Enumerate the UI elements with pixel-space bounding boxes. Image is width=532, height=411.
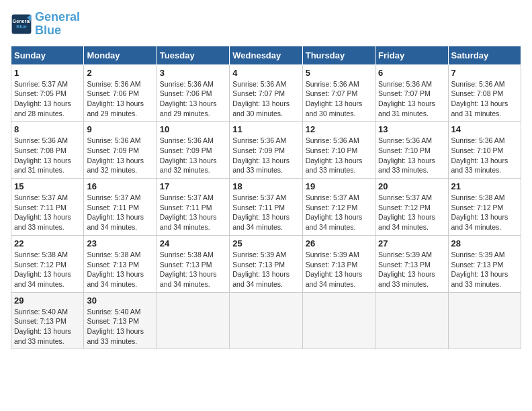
- calendar-cell-16: 16Sunrise: 5:37 AM Sunset: 7:11 PM Dayli…: [84, 179, 157, 236]
- day-number: 11: [232, 124, 299, 134]
- day-info: Sunrise: 5:36 AM Sunset: 7:10 PM Dayligh…: [378, 136, 445, 175]
- day-info: Sunrise: 5:36 AM Sunset: 7:08 PM Dayligh…: [14, 136, 81, 175]
- calendar-week-4: 22Sunrise: 5:38 AM Sunset: 7:12 PM Dayli…: [11, 235, 521, 292]
- day-info: Sunrise: 5:37 AM Sunset: 7:11 PM Dayligh…: [160, 193, 226, 232]
- calendar-cell-empty: [302, 292, 375, 349]
- calendar-cell-13: 13Sunrise: 5:36 AM Sunset: 7:10 PM Dayli…: [375, 122, 448, 179]
- day-info: Sunrise: 5:39 AM Sunset: 7:13 PM Dayligh…: [378, 250, 445, 289]
- day-number: 7: [451, 68, 518, 78]
- day-number: 29: [14, 295, 81, 306]
- calendar-cell-19: 19Sunrise: 5:37 AM Sunset: 7:12 PM Dayli…: [302, 179, 375, 236]
- day-info: Sunrise: 5:36 AM Sunset: 7:06 PM Dayligh…: [160, 79, 226, 119]
- calendar-cell-11: 11Sunrise: 5:36 AM Sunset: 7:09 PM Dayli…: [230, 122, 302, 179]
- day-info: Sunrise: 5:39 AM Sunset: 7:13 PM Dayligh…: [451, 250, 518, 289]
- day-number: 6: [378, 68, 445, 78]
- day-info: Sunrise: 5:37 AM Sunset: 7:11 PM Dayligh…: [232, 193, 299, 232]
- calendar-cell-17: 17Sunrise: 5:37 AM Sunset: 7:11 PM Dayli…: [157, 179, 229, 236]
- calendar-cell-empty: [448, 292, 521, 349]
- calendar-cell-9: 9Sunrise: 5:36 AM Sunset: 7:09 PM Daylig…: [84, 122, 157, 179]
- day-info: Sunrise: 5:39 AM Sunset: 7:13 PM Dayligh…: [232, 250, 299, 289]
- day-info: Sunrise: 5:40 AM Sunset: 7:13 PM Dayligh…: [87, 307, 153, 347]
- day-number: 3: [160, 68, 226, 78]
- calendar-week-1: 1Sunrise: 5:37 AM Sunset: 7:05 PM Daylig…: [11, 64, 521, 122]
- calendar-cell-empty: [157, 292, 229, 349]
- day-number: 16: [87, 181, 153, 191]
- calendar-cell-20: 20Sunrise: 5:37 AM Sunset: 7:12 PM Dayli…: [375, 179, 448, 236]
- calendar-cell-12: 12Sunrise: 5:36 AM Sunset: 7:10 PM Dayli…: [302, 122, 375, 179]
- day-of-week-monday: Monday: [84, 46, 157, 64]
- calendar-cell-1: 1Sunrise: 5:37 AM Sunset: 7:05 PM Daylig…: [11, 64, 84, 122]
- calendar-cell-empty: [230, 292, 302, 349]
- day-info: Sunrise: 5:39 AM Sunset: 7:13 PM Dayligh…: [306, 250, 372, 289]
- calendar-cell-22: 22Sunrise: 5:38 AM Sunset: 7:12 PM Dayli…: [11, 235, 84, 292]
- calendar-cell-18: 18Sunrise: 5:37 AM Sunset: 7:11 PM Dayli…: [230, 179, 302, 236]
- day-info: Sunrise: 5:36 AM Sunset: 7:07 PM Dayligh…: [306, 79, 372, 119]
- day-of-week-wednesday: Wednesday: [230, 46, 302, 64]
- day-number: 28: [451, 238, 518, 248]
- calendar-cell-25: 25Sunrise: 5:39 AM Sunset: 7:13 PM Dayli…: [230, 235, 302, 292]
- calendar-cell-8: 8Sunrise: 5:36 AM Sunset: 7:08 PM Daylig…: [11, 122, 84, 179]
- day-number: 14: [451, 124, 518, 134]
- day-info: Sunrise: 5:37 AM Sunset: 7:11 PM Dayligh…: [14, 193, 81, 232]
- logo: General Blue GeneralBlue: [11, 11, 80, 38]
- day-number: 27: [378, 238, 445, 248]
- calendar-cell-7: 7Sunrise: 5:36 AM Sunset: 7:08 PM Daylig…: [448, 64, 521, 122]
- page-header: General Blue GeneralBlue: [11, 11, 521, 38]
- day-info: Sunrise: 5:37 AM Sunset: 7:11 PM Dayligh…: [87, 193, 153, 232]
- day-number: 1: [14, 68, 81, 78]
- day-info: Sunrise: 5:36 AM Sunset: 7:06 PM Dayligh…: [87, 79, 153, 119]
- day-of-week-saturday: Saturday: [448, 46, 521, 64]
- day-number: 12: [306, 124, 372, 134]
- calendar-body: 1Sunrise: 5:37 AM Sunset: 7:05 PM Daylig…: [11, 64, 521, 349]
- calendar-cell-5: 5Sunrise: 5:36 AM Sunset: 7:07 PM Daylig…: [302, 64, 375, 122]
- day-number: 30: [87, 295, 153, 306]
- day-number: 19: [306, 181, 372, 191]
- svg-text:Blue: Blue: [16, 24, 27, 30]
- calendar-cell-21: 21Sunrise: 5:38 AM Sunset: 7:12 PM Dayli…: [448, 179, 521, 236]
- day-info: Sunrise: 5:38 AM Sunset: 7:12 PM Dayligh…: [14, 250, 81, 289]
- logo-text: GeneralBlue: [35, 11, 80, 38]
- calendar-cell-10: 10Sunrise: 5:36 AM Sunset: 7:09 PM Dayli…: [157, 122, 229, 179]
- day-info: Sunrise: 5:36 AM Sunset: 7:10 PM Dayligh…: [451, 136, 518, 175]
- day-info: Sunrise: 5:36 AM Sunset: 7:07 PM Dayligh…: [378, 79, 445, 119]
- day-info: Sunrise: 5:36 AM Sunset: 7:09 PM Dayligh…: [232, 136, 299, 175]
- calendar-week-3: 15Sunrise: 5:37 AM Sunset: 7:11 PM Dayli…: [11, 179, 521, 236]
- day-number: 13: [378, 124, 445, 134]
- day-info: Sunrise: 5:37 AM Sunset: 7:12 PM Dayligh…: [306, 193, 372, 232]
- day-info: Sunrise: 5:36 AM Sunset: 7:10 PM Dayligh…: [306, 136, 372, 175]
- day-number: 5: [306, 68, 372, 78]
- day-of-week-friday: Friday: [375, 46, 448, 64]
- day-number: 21: [451, 181, 518, 191]
- day-number: 8: [14, 124, 81, 134]
- day-number: 24: [160, 238, 226, 248]
- calendar-cell-30: 30Sunrise: 5:40 AM Sunset: 7:13 PM Dayli…: [84, 292, 157, 349]
- day-number: 4: [232, 68, 299, 78]
- calendar-cell-29: 29Sunrise: 5:40 AM Sunset: 7:13 PM Dayli…: [11, 292, 84, 349]
- day-number: 23: [87, 238, 153, 248]
- calendar-cell-6: 6Sunrise: 5:36 AM Sunset: 7:07 PM Daylig…: [375, 64, 448, 122]
- day-of-week-sunday: Sunday: [11, 46, 84, 64]
- day-info: Sunrise: 5:38 AM Sunset: 7:13 PM Dayligh…: [160, 250, 226, 289]
- day-number: 10: [160, 124, 226, 134]
- day-info: Sunrise: 5:38 AM Sunset: 7:12 PM Dayligh…: [451, 193, 518, 232]
- day-number: 20: [378, 181, 445, 191]
- day-info: Sunrise: 5:36 AM Sunset: 7:08 PM Dayligh…: [451, 79, 518, 119]
- day-of-week-tuesday: Tuesday: [157, 46, 229, 64]
- calendar-cell-28: 28Sunrise: 5:39 AM Sunset: 7:13 PM Dayli…: [448, 235, 521, 292]
- day-number: 17: [160, 181, 226, 191]
- calendar-cell-23: 23Sunrise: 5:38 AM Sunset: 7:13 PM Dayli…: [84, 235, 157, 292]
- calendar-cell-27: 27Sunrise: 5:39 AM Sunset: 7:13 PM Dayli…: [375, 235, 448, 292]
- calendar-cell-14: 14Sunrise: 5:36 AM Sunset: 7:10 PM Dayli…: [448, 122, 521, 179]
- calendar-cell-empty: [375, 292, 448, 349]
- day-info: Sunrise: 5:36 AM Sunset: 7:09 PM Dayligh…: [87, 136, 153, 175]
- calendar: SundayMondayTuesdayWednesdayThursdayFrid…: [11, 46, 521, 350]
- calendar-week-5: 29Sunrise: 5:40 AM Sunset: 7:13 PM Dayli…: [11, 292, 521, 349]
- day-info: Sunrise: 5:36 AM Sunset: 7:09 PM Dayligh…: [160, 136, 226, 175]
- calendar-cell-3: 3Sunrise: 5:36 AM Sunset: 7:06 PM Daylig…: [157, 64, 229, 122]
- calendar-cell-2: 2Sunrise: 5:36 AM Sunset: 7:06 PM Daylig…: [84, 64, 157, 122]
- day-info: Sunrise: 5:40 AM Sunset: 7:13 PM Dayligh…: [14, 307, 81, 347]
- day-info: Sunrise: 5:37 AM Sunset: 7:12 PM Dayligh…: [378, 193, 445, 232]
- calendar-week-2: 8Sunrise: 5:36 AM Sunset: 7:08 PM Daylig…: [11, 122, 521, 179]
- day-number: 25: [232, 238, 299, 248]
- days-of-week-row: SundayMondayTuesdayWednesdayThursdayFrid…: [11, 46, 521, 64]
